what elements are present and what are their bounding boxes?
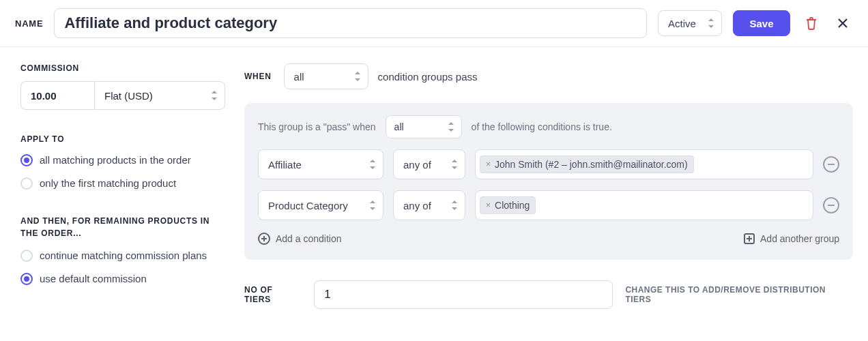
group-desc-suffix: of the following conditions is true.: [472, 121, 612, 132]
radio-icon: [20, 154, 33, 166]
condition-row: Product Category any of × Clothing: [258, 190, 839, 220]
apply-to-label: APPLY TO: [20, 134, 225, 144]
apply-to-option-first[interactable]: only the first matching product: [20, 177, 225, 190]
commission-value-input[interactable]: 10.00: [20, 81, 94, 110]
remaining-option-label: use default commission: [40, 272, 147, 286]
group-pass-value: all: [394, 121, 404, 132]
save-button-label: Save: [749, 18, 773, 29]
commission-value: 10.00: [31, 90, 57, 102]
name-input[interactable]: [54, 8, 647, 38]
close-icon: [837, 18, 848, 29]
condition-field-select[interactable]: Product Category: [258, 190, 384, 220]
trash-icon: [805, 16, 818, 30]
chevron-updown-icon: [368, 158, 377, 170]
tiers-hint: CHANGE THIS TO ADD/REMOVE DISTRIBUTION T…: [625, 285, 853, 304]
status-value: Active: [668, 18, 696, 29]
condition-op-select[interactable]: any of: [393, 190, 465, 220]
chip-label: John Smith (#2 – john.smith@mailinator.c…: [495, 159, 688, 170]
chip-remove-icon[interactable]: ×: [486, 201, 491, 210]
add-group-label: Add another group: [760, 233, 839, 244]
condition-op-value: any of: [403, 159, 431, 170]
tiers-label: NO OF TIERS: [244, 285, 302, 304]
condition-values-input[interactable]: × John Smith (#2 – john.smith@mailinator…: [475, 149, 813, 179]
commission-type-value: Flat (USD): [104, 90, 153, 102]
commission-label: COMMISSION: [20, 63, 225, 73]
condition-row: Affiliate any of × John Smith (#2 – john…: [258, 149, 839, 179]
tiers-value: 1: [324, 288, 330, 301]
when-label: WHEN: [244, 72, 272, 81]
remaining-option-label: continue matching commission plans: [40, 249, 207, 263]
save-button[interactable]: Save: [733, 10, 790, 36]
chevron-updown-icon: [706, 17, 716, 29]
group-desc-prefix: This group is a "pass" when: [258, 121, 376, 132]
radio-icon: [20, 177, 33, 190]
chevron-updown-icon: [446, 121, 456, 133]
tiers-input[interactable]: 1: [314, 280, 613, 309]
condition-op-value: any of: [403, 200, 431, 211]
remove-condition-button[interactable]: [823, 197, 839, 213]
minus-icon: [828, 205, 835, 206]
remaining-option-default[interactable]: use default commission: [20, 272, 225, 286]
value-chip[interactable]: × Clothing: [480, 196, 536, 214]
remaining-label: AND THEN, FOR REMAINING PRODUCTS IN THE …: [20, 215, 225, 239]
minus-icon: [828, 164, 835, 165]
condition-values-input[interactable]: × Clothing: [475, 190, 813, 220]
name-label: NAME: [15, 18, 43, 29]
when-select[interactable]: all: [284, 63, 368, 89]
add-condition-label: Add a condition: [276, 233, 342, 244]
chevron-updown-icon: [353, 70, 362, 83]
when-value: all: [294, 71, 304, 83]
condition-field-value: Affiliate: [268, 159, 302, 170]
chip-label: Clothing: [495, 200, 530, 211]
chevron-updown-icon: [368, 199, 377, 211]
add-group-button[interactable]: Add another group: [744, 233, 839, 244]
when-suffix: condition groups pass: [378, 71, 478, 83]
apply-to-option-label: all matching products in the order: [40, 153, 191, 167]
chevron-updown-icon: [209, 89, 219, 102]
condition-op-select[interactable]: any of: [393, 149, 465, 179]
chevron-updown-icon: [450, 199, 459, 211]
group-pass-select[interactable]: all: [386, 115, 462, 138]
condition-group: This group is a "pass" when all of the f…: [244, 103, 853, 260]
plus-square-icon: [744, 233, 755, 244]
remaining-option-continue[interactable]: continue matching commission plans: [20, 249, 225, 263]
radio-icon: [20, 273, 33, 285]
apply-to-option-all[interactable]: all matching products in the order: [20, 153, 225, 167]
plus-circle-icon: [258, 233, 270, 245]
apply-to-option-label: only the first matching product: [40, 177, 176, 190]
close-button[interactable]: [833, 13, 853, 33]
commission-type-select[interactable]: Flat (USD): [94, 81, 225, 110]
chip-remove-icon[interactable]: ×: [486, 160, 491, 169]
condition-field-select[interactable]: Affiliate: [258, 149, 384, 179]
chevron-updown-icon: [450, 158, 459, 170]
condition-field-value: Product Category: [268, 200, 348, 211]
delete-button[interactable]: [801, 13, 822, 33]
status-select[interactable]: Active: [658, 10, 722, 36]
add-condition-button[interactable]: Add a condition: [258, 233, 342, 245]
radio-icon: [20, 250, 33, 262]
value-chip[interactable]: × John Smith (#2 – john.smith@mailinator…: [480, 155, 694, 173]
remove-condition-button[interactable]: [823, 156, 839, 173]
